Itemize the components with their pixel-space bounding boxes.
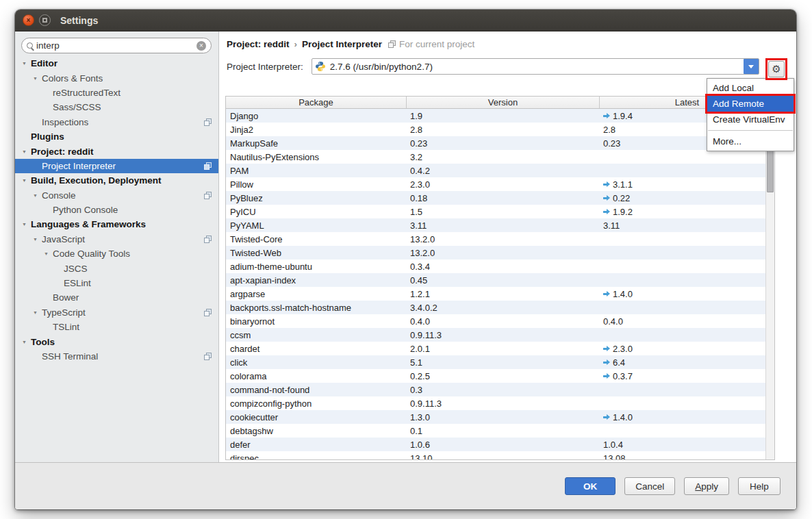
sidebar-item-python-console[interactable]: ▼Python Console <box>15 203 218 217</box>
package-name: compizconfig-python <box>226 398 407 409</box>
sidebar-item-code-quality-tools[interactable]: ▼Code Quality Tools <box>15 246 218 261</box>
sidebar-item-javascript[interactable]: ▼JavaScript <box>15 232 218 246</box>
menu-item-add-remote[interactable]: Add Remote <box>707 96 794 112</box>
package-version: 0.45 <box>407 275 600 286</box>
interpreter-combobox[interactable]: 2.7.6 (/usr/bin/python2.7) <box>312 58 759 75</box>
package-latest: 1.0.4 <box>600 440 765 450</box>
sidebar-item-console[interactable]: ▼Console <box>15 188 218 203</box>
package-row-apt-xapian-index[interactable]: apt-xapian-index0.45 <box>226 273 765 287</box>
package-name: PyYAML <box>226 220 407 231</box>
upgrade-arrow-icon <box>603 115 607 117</box>
tree-expand-arrow-icon[interactable]: ▼ <box>33 237 42 242</box>
package-row-backports-ssl-match-hostname[interactable]: backports.ssl-match-hostname3.4.0.2 <box>226 301 765 314</box>
gear-icon[interactable]: ⚙ <box>768 61 785 77</box>
ok-button[interactable]: OK <box>565 477 616 495</box>
clear-icon[interactable]: × <box>196 41 206 51</box>
package-version: 0.4.2 <box>407 166 600 176</box>
tree-expand-arrow-icon[interactable]: ▼ <box>22 61 31 66</box>
tree-expand-arrow-icon[interactable]: ▼ <box>44 251 53 256</box>
tree-expand-arrow-icon[interactable]: ▼ <box>22 340 31 344</box>
combo-dropdown-icon[interactable] <box>744 59 759 74</box>
tree-expand-arrow-icon[interactable]: ▼ <box>33 310 42 315</box>
settings-sidebar: × ▼Editor▼Colors & Fonts▼reStructuredTex… <box>15 31 219 462</box>
package-name: command-not-found <box>226 385 407 395</box>
package-version: 0.3.4 <box>407 262 600 272</box>
package-name: binaryornot <box>226 316 407 327</box>
sidebar-item-colors-fonts[interactable]: ▼Colors & Fonts <box>15 71 218 85</box>
package-row-pyyaml[interactable]: PyYAML3.113.11 <box>226 218 765 232</box>
sidebar-item-project-reddit[interactable]: ▼Project: reddit <box>15 144 218 158</box>
sidebar-item-sass-scss[interactable]: ▼Sass/SCSS <box>15 100 218 114</box>
package-row-pam[interactable]: PAM0.4.2 <box>226 164 765 177</box>
sidebar-item-bower[interactable]: ▼Bower <box>15 290 218 305</box>
sidebar-item-typescript[interactable]: ▼TypeScript <box>15 305 218 320</box>
tree-item-label: ESLint <box>64 278 91 288</box>
sidebar-item-editor[interactable]: ▼Editor <box>15 56 218 71</box>
tree-expand-arrow-icon[interactable]: ▼ <box>22 149 31 154</box>
tree-item-label: Editor <box>31 58 58 68</box>
package-row-defer[interactable]: defer1.0.61.0.4 <box>226 438 765 451</box>
help-button[interactable]: Help <box>738 477 781 495</box>
package-latest: 0.4.0 <box>600 316 765 327</box>
apply-button[interactable]: Apply <box>684 477 729 495</box>
tree-expand-arrow-icon[interactable]: ▼ <box>22 222 31 227</box>
sidebar-item-build-execution-deployment[interactable]: ▼Build, Execution, Deployment <box>15 173 218 188</box>
package-row-jinja2[interactable]: Jinja22.82.8 <box>226 123 765 136</box>
package-row-colorama[interactable]: colorama0.2.50.3.7 <box>226 369 765 383</box>
package-row-twisted-web[interactable]: Twisted-Web13.2.0 <box>226 246 765 260</box>
sidebar-item-languages-frameworks[interactable]: ▼Languages & Frameworks <box>15 217 218 231</box>
sidebar-item-ssh-terminal[interactable]: ▼SSH Terminal <box>15 349 218 364</box>
package-row-compizconfig-python[interactable]: compizconfig-python0.9.11.3 <box>226 396 765 410</box>
search-input[interactable] <box>36 40 196 51</box>
package-latest: 1.4.0 <box>600 412 765 422</box>
package-row-twisted-core[interactable]: Twisted-Core13.2.0 <box>226 232 765 246</box>
package-row-debtagshw[interactable]: debtagshw0.1 <box>226 424 765 438</box>
cancel-button[interactable]: Cancel <box>624 477 675 495</box>
package-version: 1.2.1 <box>407 289 600 299</box>
package-row-adium-theme-ubuntu[interactable]: adium-theme-ubuntu0.3.4 <box>226 260 765 273</box>
table-scrollbar-track[interactable] <box>765 109 774 459</box>
latest-version-text: 3.1.1 <box>613 179 633 190</box>
package-row-cookiecutter[interactable]: cookiecutter1.3.01.4.0 <box>226 410 765 424</box>
sidebar-item-inspections[interactable]: ▼Inspections <box>15 115 218 129</box>
sidebar-item-tools[interactable]: ▼Tools <box>15 334 218 349</box>
maximize-icon[interactable] <box>39 14 51 26</box>
sidebar-item-plugins[interactable]: ▼Plugins <box>15 129 218 144</box>
package-row-command-not-found[interactable]: command-not-found0.3 <box>226 383 765 396</box>
sidebar-item-tslint[interactable]: ▼TSLint <box>15 320 218 334</box>
package-row-django[interactable]: Django1.91.9.4 <box>226 109 765 123</box>
package-row-binaryornot[interactable]: binaryornot0.4.00.4.0 <box>226 314 765 328</box>
tree-item-label: Languages & Frameworks <box>31 219 146 229</box>
packages-table: PackageVersionLatest Django1.91.9.4Jinja… <box>225 96 775 460</box>
sidebar-item-restructuredtext[interactable]: ▼reStructuredText <box>15 86 218 100</box>
upgrade-arrow-icon <box>603 183 607 186</box>
sidebar-item-jscs[interactable]: ▼JSCS <box>15 261 218 275</box>
latest-version-text: 0.22 <box>613 193 630 203</box>
latest-version-text: 3.11 <box>603 220 620 231</box>
package-row-argparse[interactable]: argparse1.2.11.4.0 <box>226 287 765 301</box>
package-row-ccsm[interactable]: ccsm0.9.11.3 <box>226 328 765 342</box>
tree-expand-arrow-icon[interactable]: ▼ <box>33 76 42 81</box>
package-row-chardet[interactable]: chardet2.0.12.3.0 <box>226 342 765 355</box>
tree-expand-arrow-icon[interactable]: ▼ <box>22 178 31 183</box>
package-row-markupsafe[interactable]: MarkupSafe0.230.23 <box>226 136 765 150</box>
menu-item-add-local[interactable]: Add Local <box>707 80 794 96</box>
package-version: 5.1 <box>407 357 600 368</box>
package-name: cookiecutter <box>226 412 407 422</box>
package-row-pyicu[interactable]: PyICU1.51.9.2 <box>226 205 765 218</box>
package-latest: 0.3.7 <box>600 371 765 381</box>
package-row-pybluez[interactable]: PyBluez0.180.22 <box>226 191 765 205</box>
package-row-nautilus-pyextensions[interactable]: Nautilus-PyExtensions3.2 <box>226 150 765 164</box>
package-row-dirspec[interactable]: dirspec13.1013.08 <box>226 451 765 459</box>
package-row-pillow[interactable]: Pillow2.3.03.1.1 <box>226 177 765 191</box>
menu-item-more[interactable]: More... <box>707 134 794 149</box>
package-row-click[interactable]: click5.16.4 <box>226 355 765 369</box>
sidebar-item-project-interpreter[interactable]: ▼Project Interpreter <box>15 159 218 173</box>
settings-search-box[interactable]: × <box>21 38 212 53</box>
tree-expand-arrow-icon[interactable]: ▼ <box>33 193 42 198</box>
menu-item-create-virtualenv[interactable]: Create VirtualEnv <box>707 112 794 127</box>
close-icon[interactable]: × <box>23 14 34 26</box>
sidebar-item-eslint[interactable]: ▼ESLint <box>15 276 218 290</box>
latest-version-text: 1.0.4 <box>603 440 623 450</box>
dialog-footer: OKCancelApplyHelp <box>15 462 796 509</box>
